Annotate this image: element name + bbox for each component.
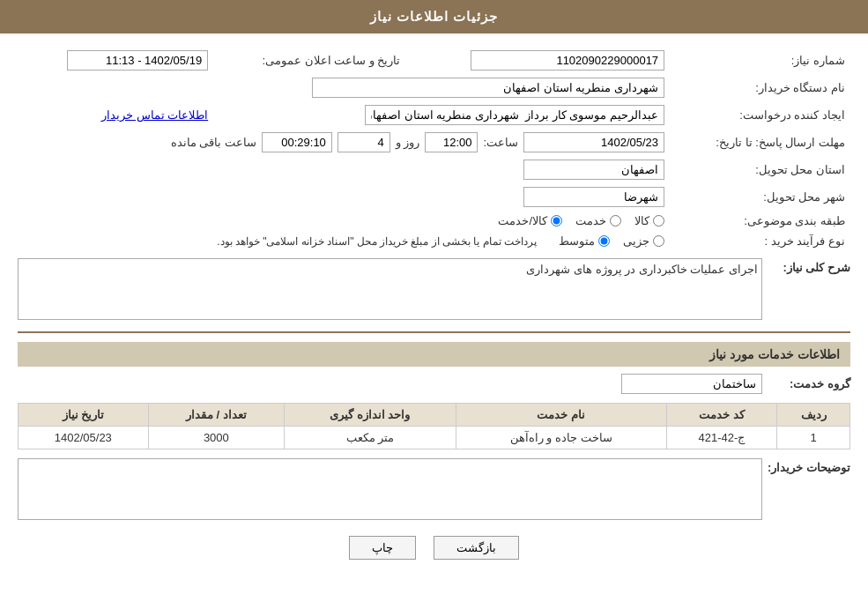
city-input[interactable] <box>523 187 664 207</box>
need-description-label: شرح کلی نیاز: <box>762 258 850 274</box>
col-row-num: ردیف <box>777 404 850 427</box>
cell-service_code: ج-42-421 <box>666 427 777 449</box>
page-title: جزئیات اطلاعات نیاز <box>370 9 498 24</box>
col-service-code: کد خدمت <box>666 404 777 427</box>
category-kala-khedmat-radio[interactable] <box>551 215 562 227</box>
purchase-type-label: نوع فرآیند خرید : <box>670 231 850 251</box>
purchase-note: پرداخت تمام یا بخشی از مبلغ خریداز محل "… <box>217 235 537 248</box>
purchase-motavaset-label: متوسط <box>559 234 595 248</box>
cell-unit: متر مکعب <box>285 427 456 449</box>
deadline-days-label: روز و <box>396 136 420 149</box>
print-button[interactable]: چاپ <box>349 536 416 560</box>
buttons-row: بازگشت چاپ <box>18 536 850 560</box>
contact-link[interactable]: اطلاعات تماس خریدار <box>101 108 208 122</box>
deadline-label: مهلت ارسال پاسخ: تا تاریخ: <box>670 129 850 156</box>
announcement-date-input[interactable] <box>67 50 208 71</box>
creator-input[interactable] <box>365 105 664 125</box>
need-description-section: شرح کلی نیاز: اجرای عملیات خاکبرداری در … <box>18 258 850 323</box>
province-label: استان محل تحویل: <box>670 156 850 183</box>
remaining-time-input[interactable] <box>262 132 332 152</box>
need-description-textarea[interactable] <box>18 258 762 320</box>
category-khedmat-label: خدمت <box>575 214 606 227</box>
cell-quantity: 3000 <box>148 427 284 449</box>
table-row: 1ج-42-421ساخت جاده و راه‌آهنمتر مکعب3000… <box>19 427 850 449</box>
announcement-date-label: تاریخ و ساعت اعلان عمومی: <box>213 47 405 74</box>
need-number-label: شماره نیاز: <box>670 47 850 74</box>
cell-row_num: 1 <box>777 427 850 449</box>
buyer-org-label: نام دستگاه خریدار: <box>670 74 850 101</box>
buyer-description-label: توضیحات خریدار: <box>762 458 850 474</box>
col-unit: واحد اندازه گیری <box>285 404 456 427</box>
deadline-time-input[interactable] <box>425 132 478 152</box>
buyer-description-section: توضیحات خریدار: <box>18 458 850 523</box>
remaining-label: ساعت باقی مانده <box>171 136 256 149</box>
category-label: طبقه بندی موضوعی: <box>670 211 850 231</box>
service-group-row: گروه خدمت: <box>18 374 850 394</box>
category-kala-khedmat-label: کالا/خدمت <box>498 214 547 227</box>
service-group-input[interactable] <box>621 374 762 394</box>
purchase-jozii-label: جزیی <box>623 234 649 248</box>
deadline-date-input[interactable] <box>523 132 664 152</box>
deadline-days-input[interactable] <box>338 132 390 152</box>
purchase-jozii-radio[interactable] <box>653 235 664 247</box>
buyer-org-input[interactable] <box>312 78 664 98</box>
category-khedmat-radio[interactable] <box>610 215 621 227</box>
deadline-time-label: ساعت: <box>483 136 518 149</box>
col-need-date: تاریخ نیاز <box>19 404 149 427</box>
cell-service_name: ساخت جاده و راه‌آهن <box>456 427 666 449</box>
city-label: شهر محل تحویل: <box>670 183 850 211</box>
creator-label: ایجاد کننده درخواست: <box>670 101 850 129</box>
buyer-description-textarea[interactable] <box>18 458 762 520</box>
category-kala-radio[interactable] <box>653 215 664 227</box>
col-quantity: تعداد / مقدار <box>148 404 284 427</box>
info-table: شماره نیاز: تاریخ و ساعت اعلان عمومی: نا… <box>18 47 850 251</box>
back-button[interactable]: بازگشت <box>434 536 519 560</box>
col-service-name: نام خدمت <box>456 404 666 427</box>
services-section-header: اطلاعات خدمات مورد نیاز <box>18 342 850 367</box>
service-group-label: گروه خدمت: <box>762 377 850 390</box>
page-header: جزئیات اطلاعات نیاز <box>0 0 868 33</box>
need-number-input[interactable] <box>471 50 664 71</box>
cell-need_date: 1402/05/23 <box>19 427 149 449</box>
purchase-motavaset-radio[interactable] <box>598 235 610 247</box>
section-divider-1 <box>18 331 850 333</box>
category-kala-label: کالا <box>634 214 649 227</box>
province-input[interactable] <box>523 160 664 180</box>
services-table: ردیف کد خدمت نام خدمت واحد اندازه گیری ت… <box>18 403 850 449</box>
